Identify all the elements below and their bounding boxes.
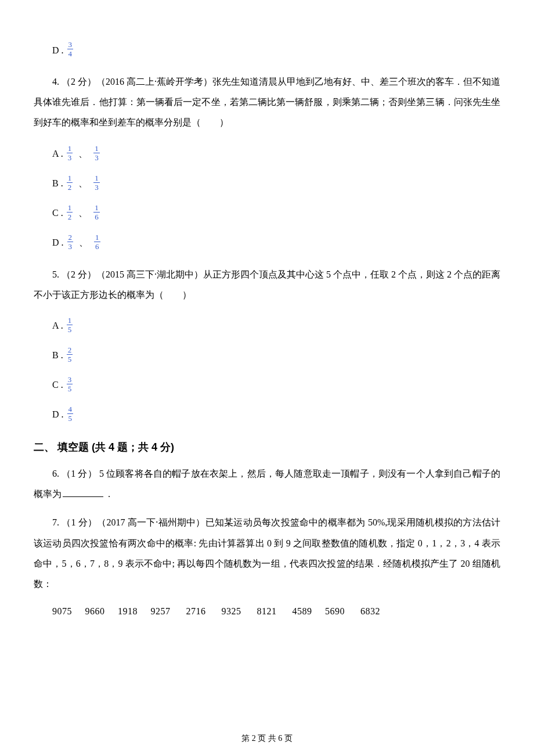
q6-text-before: 6. （1 分） 5 位顾客将各自的帽子放在衣架上，然后，每人随意取走一顶帽子，…	[34, 469, 500, 499]
fraction-numerator: 1	[93, 204, 100, 212]
fraction-denominator: 4	[67, 49, 74, 57]
fraction-icon: 3 5	[67, 376, 73, 393]
fraction-numerator: 3	[67, 41, 74, 49]
q4-stem: 4. （2 分）（2016 高二上·蕉岭开学考）张先生知道清晨从甲地到乙地有好、…	[34, 71, 500, 133]
fraction-icon: 1 3	[93, 174, 100, 191]
fraction-icon: 4 5	[67, 405, 74, 422]
option-label: A .	[52, 147, 63, 161]
option-label: B .	[52, 348, 63, 362]
fraction-denominator: 3	[67, 242, 74, 250]
fraction-denominator: 5	[67, 413, 74, 422]
fraction-numerator: 1	[67, 316, 73, 325]
fraction-numerator: 2	[67, 346, 73, 354]
fraction-icon: 3 4	[67, 41, 74, 57]
fraction-icon: 2 5	[67, 346, 73, 363]
q5-option-b: B . 2 5	[52, 347, 500, 364]
fraction-denominator: 3	[93, 182, 100, 191]
q3-option-d: D . 3 4	[52, 42, 500, 59]
q6-stem: 6. （1 分） 5 位顾客将各自的帽子放在衣架上，然后，每人随意取走一顶帽子，…	[34, 463, 500, 504]
section-2-heading: 二、 填空题 (共 4 题；共 4 分)	[34, 440, 500, 455]
q5-stem: 5. （2 分）（2015 高三下·湖北期中）从正方形四个顶点及其中心这 5 个…	[34, 264, 500, 305]
fraction-icon: 1 2	[67, 204, 73, 221]
q6-text-after: ．	[104, 489, 114, 499]
q4-option-b: B . 1 2 、 1 3	[52, 175, 500, 192]
fraction-denominator: 3	[67, 153, 73, 161]
page-footer: 第 2 页 共 6 页	[0, 732, 534, 744]
option-label: C .	[52, 206, 63, 220]
fraction-icon: 1 3	[93, 145, 100, 161]
page-root: D . 3 4 4. （2 分）（2016 高二上·蕉岭开学考）张先生知道清晨从…	[0, 0, 534, 756]
q5-option-d: D . 4 5	[52, 406, 500, 423]
option-label: D .	[52, 408, 64, 422]
fill-blank	[63, 487, 103, 497]
separator: 、	[78, 147, 88, 161]
option-label: D .	[52, 44, 64, 57]
fraction-numerator: 4	[67, 405, 74, 413]
fraction-icon: 1 6	[94, 233, 100, 250]
fraction-icon: 1 3	[67, 145, 73, 161]
fraction-numerator: 3	[67, 376, 73, 384]
fraction-numerator: 1	[93, 145, 100, 153]
q4-option-a: A . 1 3 、 1 3	[52, 146, 500, 163]
fraction-denominator: 5	[67, 384, 73, 393]
fraction-numerator: 1	[67, 145, 73, 153]
fraction-numerator: 1	[93, 174, 100, 182]
option-label: B .	[52, 177, 63, 190]
q4-option-c: C . 1 2 、 1 6	[52, 205, 500, 222]
option-label: C .	[52, 378, 63, 392]
q4-option-d: D . 2 3 、 1 6	[52, 235, 500, 251]
option-label: D .	[52, 236, 64, 250]
fraction-numerator: 2	[67, 233, 74, 242]
fraction-icon: 1 5	[67, 316, 73, 333]
fraction-denominator: 2	[67, 182, 73, 191]
separator: 、	[78, 206, 88, 220]
q7-random-numbers-row: 9075 9660 1918 9257 2716 9325 8121 4589 …	[52, 604, 500, 618]
fraction-denominator: 2	[67, 212, 73, 221]
q7-stem: 7. （1 分）（2017 高一下·福州期中）已知某运动员每次投篮命中的概率都为…	[34, 512, 500, 594]
fraction-denominator: 6	[93, 212, 100, 221]
separator: 、	[78, 177, 88, 190]
fraction-denominator: 5	[67, 354, 73, 363]
q5-option-a: A . 1 5	[52, 318, 500, 334]
fraction-numerator: 1	[67, 204, 73, 212]
option-label: A .	[52, 319, 63, 333]
separator: 、	[79, 236, 88, 250]
fraction-denominator: 3	[93, 153, 100, 161]
fraction-icon: 2 3	[67, 233, 74, 250]
fraction-denominator: 5	[67, 325, 73, 333]
fraction-icon: 1 6	[93, 204, 100, 221]
fraction-icon: 1 2	[67, 174, 73, 191]
q5-option-c: C . 3 5	[52, 377, 500, 394]
fraction-numerator: 1	[67, 174, 73, 182]
fraction-denominator: 6	[94, 242, 100, 250]
fraction-numerator: 1	[94, 233, 100, 242]
